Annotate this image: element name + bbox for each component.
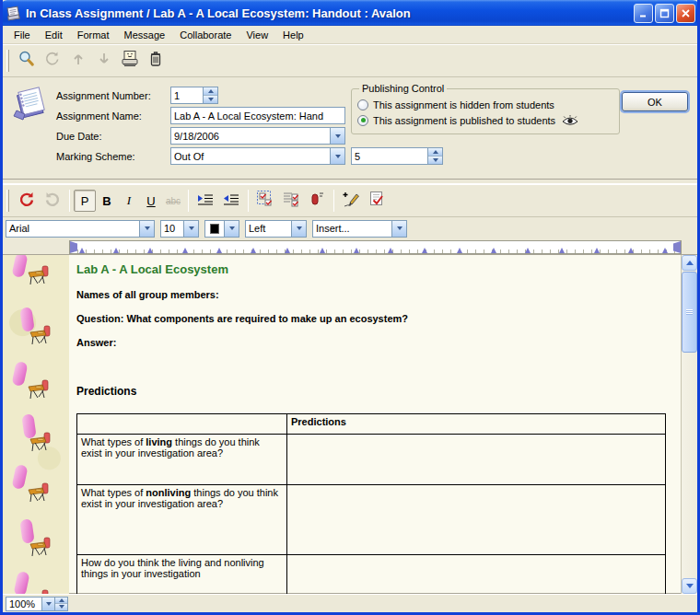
menu-edit[interactable]: Edit xyxy=(38,28,70,42)
insert-list-button[interactable] xyxy=(278,188,304,214)
font-family-select[interactable]: Arial xyxy=(6,220,155,238)
font-size-value: 10 xyxy=(161,221,183,237)
history-button[interactable] xyxy=(40,48,65,74)
font-color-swatch-holder xyxy=(205,221,224,237)
scroll-down-button[interactable] xyxy=(682,578,697,594)
zoom-control[interactable]: 100% xyxy=(6,597,68,611)
undo-button[interactable] xyxy=(14,188,40,214)
tab-stop-marker[interactable] xyxy=(422,248,427,253)
underline-label: U xyxy=(146,194,155,208)
toolbar-grip[interactable] xyxy=(6,50,9,72)
marking-points-stepper[interactable]: 5 xyxy=(351,147,443,165)
answer-cell[interactable] xyxy=(287,485,666,555)
menu-message[interactable]: Message xyxy=(117,28,173,42)
titlebar[interactable]: In Class Assignment / Lab A - A Local Ec… xyxy=(0,0,700,26)
delete-button[interactable] xyxy=(143,48,169,74)
menu-view[interactable]: View xyxy=(239,28,275,42)
font-color-dropdown-button[interactable] xyxy=(224,221,239,237)
tab-stop-marker[interactable] xyxy=(113,248,119,253)
italic-button[interactable]: I xyxy=(118,190,140,212)
underline-button[interactable]: U xyxy=(140,190,162,212)
due-date-select[interactable]: 9/18/2006 xyxy=(170,127,345,145)
outdent-button[interactable] xyxy=(218,188,244,214)
published-radio-button[interactable] xyxy=(357,115,368,126)
tab-stop-marker[interactable] xyxy=(491,248,496,253)
minimize-button[interactable] xyxy=(634,4,653,23)
assignment-number-spin-buttons[interactable] xyxy=(203,87,217,103)
bold-button[interactable]: B xyxy=(96,190,118,212)
tab-stop-marker[interactable] xyxy=(594,248,600,253)
add-signature-button[interactable] xyxy=(338,188,364,214)
document-editor[interactable]: Lab A - A Local Ecosystem Names of all g… xyxy=(69,255,682,594)
assignment-number-value[interactable]: 1 xyxy=(171,87,203,103)
ok-button[interactable]: OK xyxy=(622,92,688,111)
zoom-dropdown-button[interactable] xyxy=(41,598,54,610)
hidden-radio-button[interactable] xyxy=(357,99,368,110)
tab-stop-marker[interactable] xyxy=(457,248,462,253)
font-size-dropdown-button[interactable] xyxy=(183,221,198,237)
scroll-up-button[interactable] xyxy=(682,255,697,271)
menu-help[interactable]: Help xyxy=(275,28,311,42)
marking-scheme-select[interactable]: Out Of xyxy=(170,147,345,165)
insert-select[interactable]: Insert... xyxy=(312,220,407,238)
tab-stop-marker[interactable] xyxy=(388,248,393,253)
ruler[interactable] xyxy=(69,240,682,254)
vertical-scrollbar[interactable] xyxy=(682,255,697,594)
answer-cell[interactable] xyxy=(287,555,666,595)
right-margin-marker[interactable] xyxy=(673,241,681,253)
assignment-number-stepper[interactable]: 1 xyxy=(170,87,218,104)
assignment-name-input[interactable]: Lab A - A Local Ecosystem: Hand xyxy=(170,107,345,124)
menu-format[interactable]: Format xyxy=(70,28,117,42)
redo-button[interactable] xyxy=(40,188,65,214)
tab-stop-marker[interactable] xyxy=(320,248,325,253)
tab-stop-marker[interactable] xyxy=(216,248,222,253)
paragraph-style-button[interactable]: P xyxy=(74,190,96,212)
tab-stop-marker[interactable] xyxy=(251,248,256,253)
strikethrough-button[interactable]: abc xyxy=(162,190,184,212)
answer-line: Answer: xyxy=(76,337,675,348)
print-button[interactable] xyxy=(117,48,143,74)
search-button[interactable] xyxy=(14,48,40,74)
indent-button[interactable] xyxy=(192,188,218,214)
header-cell-empty xyxy=(77,414,287,435)
toolbar-separator xyxy=(69,190,70,212)
tab-stop-marker[interactable] xyxy=(628,248,634,253)
font-color-select[interactable] xyxy=(204,220,239,238)
editor-toolbar-grip[interactable] xyxy=(6,190,9,212)
marking-points-value[interactable]: 5 xyxy=(352,148,427,164)
tab-stop-marker[interactable] xyxy=(525,248,531,253)
published-option-row[interactable]: This assignment is published to students xyxy=(357,112,613,128)
tab-stop-marker[interactable] xyxy=(79,248,85,253)
scrollbar-thumb[interactable] xyxy=(682,272,697,353)
tab-stop-marker[interactable] xyxy=(182,248,188,253)
next-unread-button[interactable] xyxy=(91,48,117,74)
answer-cell[interactable] xyxy=(287,435,666,485)
tab-stop-marker[interactable] xyxy=(285,248,290,253)
alignment-dropdown-button[interactable] xyxy=(291,221,306,237)
search-icon xyxy=(18,50,36,72)
tab-stop-marker[interactable] xyxy=(147,248,153,253)
previous-unread-button[interactable] xyxy=(65,48,91,74)
tab-stop-marker[interactable] xyxy=(559,248,565,253)
toolbar-separator xyxy=(188,190,189,212)
zoom-spin-buttons[interactable] xyxy=(54,598,67,610)
marking-scheme-dropdown-button[interactable] xyxy=(330,148,344,164)
marking-points-spin-buttons[interactable] xyxy=(427,148,442,164)
tab-stop-marker[interactable] xyxy=(354,248,359,253)
maximize-button[interactable] xyxy=(655,4,674,23)
close-button[interactable] xyxy=(676,4,695,23)
insert-dropdown-button[interactable] xyxy=(391,221,406,237)
spell-check-button[interactable] xyxy=(364,188,390,214)
menu-file[interactable]: File xyxy=(6,28,38,42)
insert-variable-button[interactable] xyxy=(304,188,330,214)
left-margin-marker[interactable] xyxy=(70,241,77,253)
due-date-dropdown-button[interactable] xyxy=(330,128,344,144)
tab-stop-marker[interactable] xyxy=(662,248,668,253)
menu-collaborate[interactable]: Collaborate xyxy=(172,28,239,42)
scrollbar-track[interactable] xyxy=(682,353,697,578)
alignment-select[interactable]: Left xyxy=(245,220,307,238)
font-size-select[interactable]: 10 xyxy=(160,220,199,238)
hidden-option-row[interactable]: This assignment is hidden from students xyxy=(357,97,613,112)
font-family-dropdown-button[interactable] xyxy=(139,221,154,237)
insert-checkbox-button[interactable] xyxy=(252,188,278,214)
